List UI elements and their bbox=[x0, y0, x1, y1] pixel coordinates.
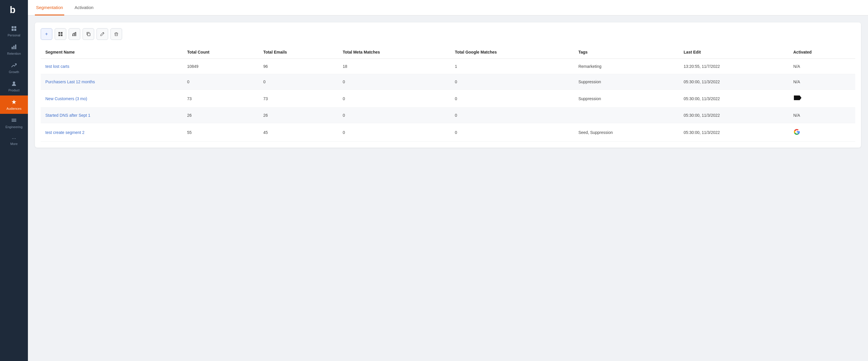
svg-text:b: b bbox=[10, 5, 16, 15]
cell-activated: N/A bbox=[788, 74, 855, 90]
table-row[interactable]: test create segment 2554500Seed, Suppres… bbox=[41, 123, 855, 142]
content-area: + bbox=[28, 16, 868, 361]
sidebar-item-retention[interactable]: Retention bbox=[0, 40, 28, 59]
personal-icon bbox=[11, 26, 17, 32]
col-total-google-matches: Total Google Matches bbox=[450, 46, 574, 59]
cell-total_meta_matches: 18 bbox=[338, 59, 450, 74]
cell-activated: N/A bbox=[788, 59, 855, 74]
sidebar-item-engineering-label: Engineering bbox=[5, 125, 23, 129]
cell-total_emails: 45 bbox=[259, 123, 338, 142]
cell-total_google_matches: 0 bbox=[450, 90, 574, 108]
cell-total_emails: 0 bbox=[259, 74, 338, 90]
cell-last-edit: 05:30:00, 11/3/2022 bbox=[679, 108, 788, 123]
cell-total_count: 26 bbox=[183, 108, 259, 123]
delete-button[interactable] bbox=[111, 28, 122, 40]
table-row[interactable]: Started DNS after Sept 126260005:30:00, … bbox=[41, 108, 855, 123]
table-row[interactable]: test lost carts1084996181Remarketing13:2… bbox=[41, 59, 855, 74]
tabs-header: Segmentation Activation bbox=[28, 0, 868, 16]
sidebar-item-audiences[interactable]: Audiences bbox=[0, 95, 28, 114]
sidebar-item-product-label: Product bbox=[8, 88, 20, 92]
chart-view-button[interactable] bbox=[69, 28, 80, 40]
sidebar-item-more[interactable]: ··· More bbox=[0, 132, 28, 149]
svg-rect-23 bbox=[794, 95, 800, 100]
cell-tags bbox=[574, 108, 679, 123]
sidebar-item-audiences-label: Audiences bbox=[6, 107, 21, 110]
svg-rect-15 bbox=[61, 34, 62, 36]
audiences-icon bbox=[11, 99, 17, 106]
col-total-count: Total Count bbox=[183, 46, 259, 59]
cell-activated bbox=[788, 90, 855, 108]
svg-rect-16 bbox=[72, 34, 73, 36]
cell-segment-name: test create segment 2 bbox=[41, 123, 183, 142]
table-row[interactable]: New Customers (3 mo)737300Suppression05:… bbox=[41, 90, 855, 108]
sidebar-item-personal-label: Personal bbox=[7, 33, 20, 37]
cell-total_count: 10849 bbox=[183, 59, 259, 74]
cell-total_meta_matches: 0 bbox=[338, 108, 450, 123]
cell-activated bbox=[788, 123, 855, 142]
svg-rect-9 bbox=[12, 119, 16, 119]
col-total-emails: Total Emails bbox=[259, 46, 338, 59]
cell-last-edit: 13:20:55, 11/7/2022 bbox=[679, 59, 788, 74]
svg-rect-14 bbox=[58, 34, 60, 36]
sidebar-item-growth[interactable]: Growth bbox=[0, 59, 28, 77]
more-icon: ··· bbox=[12, 136, 16, 141]
cell-segment-name: New Customers (3 mo) bbox=[41, 90, 183, 108]
cell-last-edit: 05:30:00, 11/3/2022 bbox=[679, 74, 788, 90]
cell-tags: Suppression bbox=[574, 74, 679, 90]
sidebar-item-personal[interactable]: Personal bbox=[0, 22, 28, 40]
table-card: + bbox=[35, 22, 861, 147]
edit-button[interactable] bbox=[96, 28, 108, 40]
col-total-meta-matches: Total Meta Matches bbox=[338, 46, 450, 59]
cell-total_count: 0 bbox=[183, 74, 259, 90]
cell-total_google_matches: 0 bbox=[450, 108, 574, 123]
cell-tags: Suppression bbox=[574, 90, 679, 108]
col-last-edit: Last Edit bbox=[679, 46, 788, 59]
copy-button[interactable] bbox=[83, 28, 94, 40]
toolbar: + bbox=[41, 28, 855, 40]
svg-marker-24 bbox=[800, 95, 801, 100]
svg-rect-10 bbox=[12, 120, 16, 120]
sidebar-item-more-label: More bbox=[10, 142, 18, 145]
tab-activation[interactable]: Activation bbox=[73, 0, 95, 16]
cell-tags: Seed, Suppression bbox=[574, 123, 679, 142]
segments-table: Segment Name Total Count Total Emails To… bbox=[41, 46, 855, 142]
cell-total_google_matches: 0 bbox=[450, 74, 574, 90]
product-icon bbox=[11, 81, 17, 87]
table-row[interactable]: Purchasers Last 12 months0000Suppression… bbox=[41, 74, 855, 90]
cell-segment-name: Purchasers Last 12 months bbox=[41, 74, 183, 90]
svg-rect-2 bbox=[14, 26, 16, 28]
table-view-button[interactable] bbox=[55, 28, 66, 40]
col-tags: Tags bbox=[574, 46, 679, 59]
growth-icon bbox=[11, 62, 17, 69]
sidebar-item-engineering[interactable]: Engineering bbox=[0, 114, 28, 132]
cell-total_google_matches: 1 bbox=[450, 59, 574, 74]
cell-segment-name: test lost carts bbox=[41, 59, 183, 74]
svg-rect-17 bbox=[74, 33, 75, 36]
cell-segment-name: Started DNS after Sept 1 bbox=[41, 108, 183, 123]
svg-rect-3 bbox=[12, 29, 14, 31]
col-activated: Activated bbox=[788, 46, 855, 59]
cell-total_meta_matches: 0 bbox=[338, 123, 450, 142]
tab-segmentation[interactable]: Segmentation bbox=[35, 0, 64, 16]
sidebar-logo: b bbox=[7, 3, 20, 16]
svg-rect-5 bbox=[12, 47, 13, 49]
svg-rect-18 bbox=[75, 32, 76, 36]
sidebar-item-product[interactable]: Product bbox=[0, 77, 28, 95]
add-segment-button[interactable]: + bbox=[41, 28, 52, 40]
cell-last-edit: 05:30:00, 11/3/2022 bbox=[679, 90, 788, 108]
cell-total_emails: 26 bbox=[259, 108, 338, 123]
svg-rect-7 bbox=[15, 45, 16, 49]
table-header-row: Segment Name Total Count Total Emails To… bbox=[41, 46, 855, 59]
sidebar-item-growth-label: Growth bbox=[9, 70, 19, 74]
cell-last-edit: 05:30:00, 11/3/2022 bbox=[679, 123, 788, 142]
svg-rect-13 bbox=[61, 32, 62, 34]
main-content: Segmentation Activation + bbox=[28, 0, 868, 361]
svg-rect-11 bbox=[12, 121, 16, 122]
engineering-icon bbox=[11, 117, 17, 124]
svg-rect-19 bbox=[88, 33, 90, 36]
svg-rect-12 bbox=[58, 32, 60, 34]
col-segment-name: Segment Name bbox=[41, 46, 183, 59]
cell-total_meta_matches: 0 bbox=[338, 90, 450, 108]
cell-total_google_matches: 0 bbox=[450, 123, 574, 142]
flag-icon bbox=[793, 98, 801, 102]
